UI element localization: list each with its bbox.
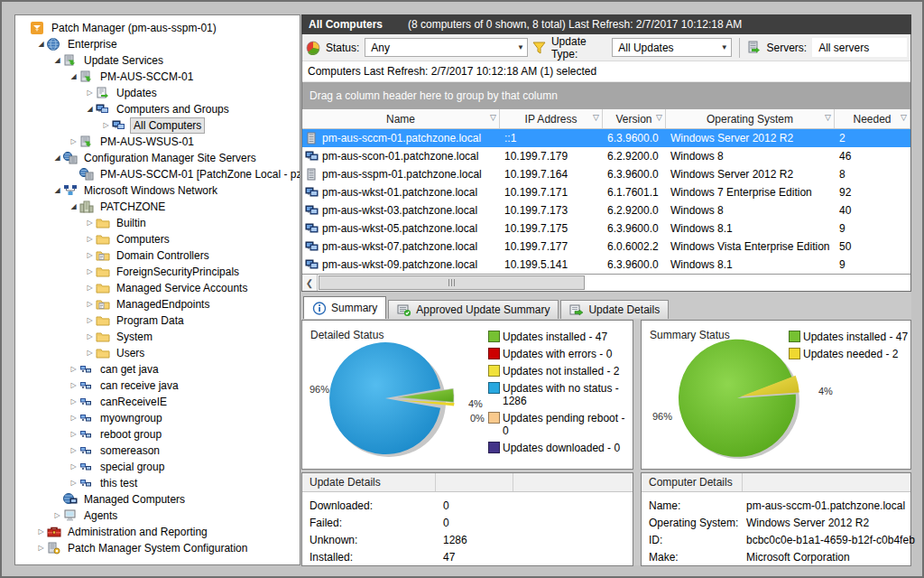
tree-expand-arrow[interactable]: ▷ — [68, 443, 79, 459]
column-header-operating-system[interactable]: Operating System▽ — [666, 109, 835, 128]
cell-ip: 10.199.7.179 — [500, 150, 603, 163]
horizontal-scrollbar[interactable]: ❮ — [302, 274, 910, 291]
tree-item[interactable]: ▷somereason — [15, 443, 300, 459]
tree-expand-arrow[interactable]: ▷ — [68, 361, 79, 378]
tree-item[interactable]: ▷can receive java — [15, 378, 300, 394]
tree-expand-arrow[interactable]: ◢ — [51, 182, 63, 199]
tree-item[interactable]: ▷Managed Service Accounts — [15, 280, 300, 296]
tree-item[interactable]: ▷PM-AUS-WSUS-01 — [15, 134, 300, 150]
column-filter-icon[interactable]: ▽ — [593, 113, 599, 122]
tree-item[interactable]: PM-AUS-SCCM-01 [PatchZone Local - pz — [15, 166, 300, 182]
tree-item[interactable]: ▷Program Data — [15, 312, 300, 329]
table-row[interactable]: pm-aus-wkst-03.patchzone.local10.199.7.1… — [302, 201, 910, 219]
column-filter-icon[interactable]: ▽ — [656, 113, 662, 122]
tree-expand-arrow[interactable]: ◢ — [35, 36, 47, 52]
tab-update-details[interactable]: Update Details — [560, 300, 669, 319]
column-header-version[interactable]: Version▽ — [603, 109, 666, 128]
tree-item[interactable]: ▷ManagedEndpoints — [15, 296, 300, 312]
table-row[interactable]: pm-aus-scon-01.patchzone.local10.199.7.1… — [302, 147, 910, 165]
tree-expand-arrow[interactable]: ◢ — [51, 150, 63, 166]
table-row[interactable]: pm-aus-wkst-05.patchzone.local10.199.7.1… — [302, 219, 910, 238]
tree-item[interactable]: ◢Microsoft Windows Network — [15, 182, 300, 199]
cell-text: 2 — [839, 132, 845, 144]
tree-item[interactable]: ▷Domain Controllers — [15, 247, 300, 264]
tree-item[interactable]: ◢Computers and Groups — [15, 101, 300, 117]
tree-expand-arrow[interactable]: ▷ — [84, 247, 96, 264]
servers-filter-dropdown[interactable]: All servers — [812, 38, 907, 57]
tree-expand-arrow[interactable]: ▷ — [84, 215, 96, 231]
tree-expand-arrow[interactable]: ◢ — [84, 101, 96, 117]
tree-item[interactable]: ▷myowngroup — [15, 410, 300, 426]
tree-expand-arrow[interactable]: ▷ — [51, 508, 63, 524]
tree-item[interactable]: Patch Manager (pm-aus-sspm-01) — [15, 20, 300, 36]
status-filter-dropdown[interactable]: Any ▼ — [365, 38, 528, 57]
tab-summary[interactable]: Summary — [303, 296, 386, 319]
tree-expand-arrow[interactable]: ▷ — [68, 378, 79, 394]
tree-item[interactable]: ▷special group — [15, 459, 300, 475]
servers-filter-value: All servers — [818, 42, 903, 54]
tree-expand-arrow[interactable]: ▷ — [84, 296, 96, 312]
table-row[interactable]: pm-aus-sccm-01.patchzone.local::16.3.960… — [302, 129, 910, 147]
tree-item[interactable]: ▷Patch Manager System Configuration — [15, 540, 300, 556]
column-header-needed[interactable]: Needed▽ — [835, 109, 910, 128]
tree-item[interactable]: ▷System — [15, 329, 300, 345]
column-filter-icon[interactable]: ▽ — [490, 113, 496, 122]
column-filter-icon[interactable]: ▽ — [825, 113, 831, 122]
tree-item[interactable]: ◢Update Services — [15, 52, 300, 69]
tree-expand-arrow[interactable]: ▷ — [84, 329, 96, 345]
tree-item[interactable]: Managed Computers — [15, 491, 300, 508]
tree-item[interactable]: ◢PM-AUS-SCCM-01 — [15, 69, 300, 85]
tree-item[interactable]: ▷Administration and Reporting — [15, 524, 300, 540]
tree-expand-arrow[interactable]: ▷ — [68, 394, 79, 410]
tree-expand-arrow[interactable]: ▷ — [100, 117, 112, 134]
agents-icon — [63, 509, 78, 522]
tree-expand-arrow[interactable]: ▷ — [84, 345, 96, 361]
tree-item[interactable]: ◢PATCHZONE — [15, 199, 300, 215]
tree-item[interactable]: ▷All Computers — [15, 117, 300, 134]
cell-needed: 46 — [835, 150, 910, 163]
scroll-left-button[interactable]: ❮ — [302, 275, 318, 291]
tree-item[interactable]: ▷can get java — [15, 361, 300, 378]
tab-approved-update-summary[interactable]: Approved Update Summary — [388, 300, 559, 319]
tree-expand-arrow[interactable]: ▷ — [84, 312, 96, 329]
group-icon — [79, 428, 94, 441]
tree-expand-arrow[interactable]: ▷ — [35, 540, 47, 556]
column-filter-icon[interactable]: ▽ — [901, 113, 907, 122]
tree-expand-arrow[interactable]: ◢ — [68, 199, 79, 215]
group-by-drop-zone[interactable]: Drag a column header here to group by th… — [302, 82, 910, 109]
tree-expand-arrow[interactable]: ▷ — [68, 475, 79, 491]
tree-expand-arrow[interactable]: ▷ — [68, 134, 79, 150]
cell-text: 6.3.9600.0 — [607, 132, 659, 144]
tree-expand-arrow[interactable]: ▷ — [84, 231, 96, 247]
tree-item[interactable]: ▷canReceiveIE — [15, 394, 300, 410]
column-header-ip-address[interactable]: IP Address▽ — [500, 109, 603, 128]
tree-item[interactable]: ▷ForeignSecurityPrincipals — [15, 264, 300, 280]
tree-expand-arrow[interactable]: ▷ — [68, 410, 79, 426]
tree-item[interactable]: ◢Configuration Manager Site Servers — [15, 150, 300, 166]
tree-expand-arrow[interactable]: ▷ — [35, 524, 47, 540]
scrollbar-thumb[interactable] — [319, 275, 585, 290]
tree-expand-arrow[interactable]: ▷ — [84, 85, 96, 101]
tree-item[interactable]: ▷Agents — [15, 508, 300, 524]
tree-expand-arrow[interactable]: ◢ — [51, 52, 63, 69]
page-title: All Computers — [309, 18, 383, 31]
tree-item[interactable]: ▷this test — [15, 475, 300, 491]
table-row[interactable]: pm-aus-wkst-07.patchzone.local10.199.7.1… — [302, 238, 910, 256]
tree-expand-arrow[interactable]: ▷ — [68, 426, 79, 443]
tab-label: Summary — [331, 302, 377, 314]
tree-item[interactable]: ▷Users — [15, 345, 300, 361]
tree-item[interactable]: ▷reboot group — [15, 426, 300, 443]
column-header-name[interactable]: Name▽ — [302, 109, 500, 128]
table-row[interactable]: pm-aus-sspm-01.patchzone.local10.199.7.1… — [302, 165, 910, 183]
tree-item[interactable]: ◢Enterprise — [15, 36, 300, 52]
tree-expand-arrow[interactable]: ▷ — [68, 459, 79, 475]
table-row[interactable]: pm-aus-wkst-09.patchzone.local10.199.5.1… — [302, 256, 910, 274]
tree-expand-arrow[interactable]: ▷ — [84, 264, 96, 280]
tree-item[interactable]: ▷Updates — [15, 85, 300, 101]
tree-item[interactable]: ▷Builtin — [15, 215, 300, 231]
tree-expand-arrow[interactable]: ◢ — [68, 69, 79, 85]
update-type-filter-dropdown[interactable]: All Updates ▼ — [612, 38, 731, 57]
tree-item[interactable]: ▷Computers — [15, 231, 300, 247]
tree-expand-arrow[interactable]: ▷ — [84, 280, 96, 296]
table-row[interactable]: pm-aus-wkst-01.patchzone.local10.199.7.1… — [302, 183, 910, 201]
